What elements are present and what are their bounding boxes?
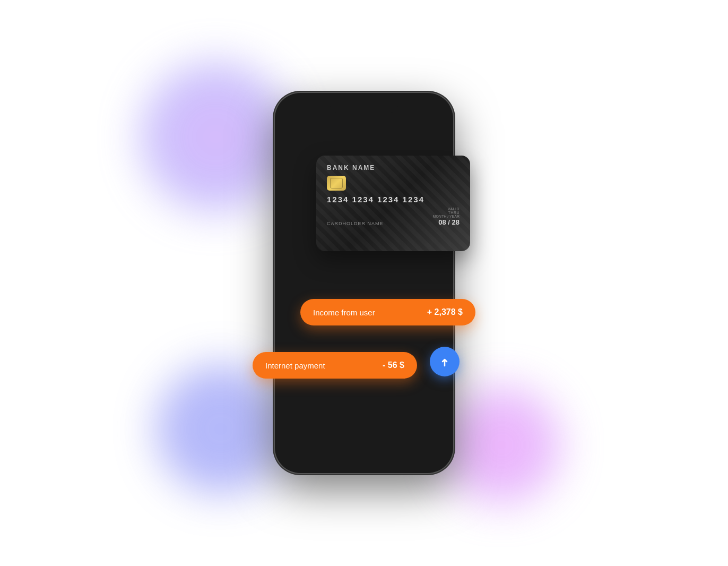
- blob-bottom-right: [444, 387, 560, 503]
- phone-mockup: 12:36 ⊙ ▐▐ ▬ Searc: [274, 92, 454, 474]
- credit-card: BANK NAME 1234 1234 1234 1234 CARDHOLDER…: [316, 156, 470, 251]
- payment-pill-label: Internet payment: [265, 361, 325, 370]
- phone-notch: [330, 98, 398, 113]
- income-pill-label: Income from user: [313, 308, 375, 317]
- card-chip: [327, 176, 346, 191]
- phone-frame: [274, 92, 454, 474]
- blob-top-left: [141, 63, 290, 211]
- card-expiry: 08 / 28: [433, 218, 460, 226]
- payment-pill: Internet payment - 56 $: [253, 352, 417, 379]
- card-holder-group: CARDHOLDER NAME: [327, 221, 384, 226]
- card-footer: CARDHOLDER NAME VALID THRU MONTH / YEAR …: [327, 207, 460, 226]
- cardholder-name: CARDHOLDER NAME: [327, 221, 384, 226]
- income-pill: Income from user + 2,378 $: [300, 299, 475, 325]
- blob-bottom-left: [157, 365, 284, 493]
- upload-button[interactable]: [430, 347, 460, 376]
- month-year-label: MONTH / YEAR: [433, 215, 460, 218]
- bank-name: BANK NAME: [327, 164, 460, 171]
- income-pill-amount: + 2,378 $: [427, 307, 463, 317]
- valid-thru-label: VALID THRU: [433, 207, 460, 215]
- payment-pill-amount: - 56 $: [383, 361, 404, 370]
- scene: 12:36 ⊙ ▐▐ ▬ Searc: [125, 31, 603, 535]
- card-valid-group: VALID THRU MONTH / YEAR 08 / 28: [433, 207, 460, 226]
- card-number: 1234 1234 1234 1234: [327, 195, 460, 204]
